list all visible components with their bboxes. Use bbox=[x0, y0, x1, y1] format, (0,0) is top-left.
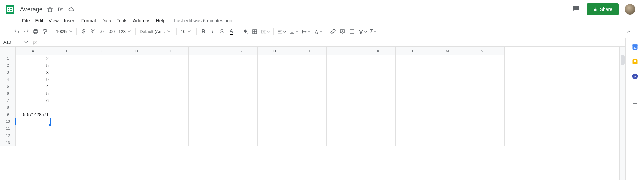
column-header[interactable]: B bbox=[50, 47, 85, 55]
row-header[interactable]: 11 bbox=[0, 125, 16, 132]
cell-G1[interactable] bbox=[223, 55, 258, 62]
cell-C5[interactable] bbox=[85, 83, 119, 90]
column-header[interactable]: M bbox=[430, 47, 465, 55]
cell-N11[interactable] bbox=[465, 125, 499, 132]
vertical-align-button[interactable] bbox=[288, 27, 300, 36]
cell-B9[interactable] bbox=[50, 111, 85, 118]
cell-F6[interactable] bbox=[189, 90, 223, 97]
cell-G8[interactable] bbox=[223, 104, 258, 111]
cell-B13[interactable] bbox=[50, 139, 85, 146]
row-header[interactable]: 2 bbox=[0, 62, 16, 69]
cell-K5[interactable] bbox=[361, 83, 396, 90]
bold-button[interactable]: B bbox=[199, 27, 208, 36]
tasks-icon[interactable] bbox=[631, 72, 639, 80]
cell-K10[interactable] bbox=[361, 118, 396, 125]
cell-F2[interactable] bbox=[189, 62, 223, 69]
cell-L1[interactable] bbox=[396, 55, 430, 62]
cell-D8[interactable] bbox=[119, 104, 154, 111]
cell-A11[interactable] bbox=[16, 125, 50, 132]
cell-K7[interactable] bbox=[361, 97, 396, 104]
zoom-combo[interactable]: 100% bbox=[54, 29, 74, 34]
cell-A5[interactable]: 4 bbox=[16, 83, 50, 90]
cell-A7[interactable]: 6 bbox=[16, 97, 50, 104]
cell-I1[interactable] bbox=[292, 55, 327, 62]
cell-H7[interactable] bbox=[258, 97, 292, 104]
cell-B7[interactable] bbox=[50, 97, 85, 104]
cell-K6[interactable] bbox=[361, 90, 396, 97]
cell-M13[interactable] bbox=[430, 139, 465, 146]
cell-J10[interactable] bbox=[327, 118, 361, 125]
cell-H8[interactable] bbox=[258, 104, 292, 111]
cell-B4[interactable] bbox=[50, 76, 85, 83]
cell-D2[interactable] bbox=[119, 62, 154, 69]
cell-B11[interactable] bbox=[50, 125, 85, 132]
cell-F9[interactable] bbox=[189, 111, 223, 118]
row-header[interactable]: 12 bbox=[0, 132, 16, 139]
column-header[interactable]: A bbox=[16, 47, 50, 55]
cell-H10[interactable] bbox=[258, 118, 292, 125]
cell-M5[interactable] bbox=[430, 83, 465, 90]
cell-E11[interactable] bbox=[154, 125, 189, 132]
decrease-decimal-button[interactable]: .0 bbox=[98, 27, 107, 36]
comments-button[interactable] bbox=[570, 3, 582, 15]
cell-K9[interactable] bbox=[361, 111, 396, 118]
cell-N7[interactable] bbox=[465, 97, 499, 104]
cell-D4[interactable] bbox=[119, 76, 154, 83]
cell-C6[interactable] bbox=[85, 90, 119, 97]
column-header[interactable]: I bbox=[292, 47, 327, 55]
menu-data[interactable]: Data bbox=[99, 18, 114, 23]
insert-link-button[interactable] bbox=[328, 27, 338, 36]
cell-I11[interactable] bbox=[292, 125, 327, 132]
cell-F11[interactable] bbox=[189, 125, 223, 132]
share-button[interactable]: Share bbox=[587, 3, 619, 15]
cell-G9[interactable] bbox=[223, 111, 258, 118]
calendar-icon[interactable]: 31 bbox=[631, 43, 639, 51]
cell-K3[interactable] bbox=[361, 69, 396, 76]
add-addon-button[interactable] bbox=[631, 99, 639, 107]
cell-A3[interactable]: 8 bbox=[16, 69, 50, 76]
cell-A9[interactable]: 5.571428571 bbox=[16, 111, 50, 118]
cell-F8[interactable] bbox=[189, 104, 223, 111]
cell-I7[interactable] bbox=[292, 97, 327, 104]
cell-H5[interactable] bbox=[258, 83, 292, 90]
cell-C4[interactable] bbox=[85, 76, 119, 83]
cell-D5[interactable] bbox=[119, 83, 154, 90]
select-all-corner[interactable] bbox=[0, 47, 16, 55]
cell-D10[interactable] bbox=[119, 118, 154, 125]
cell-L5[interactable] bbox=[396, 83, 430, 90]
cell-F1[interactable] bbox=[189, 55, 223, 62]
cell-M6[interactable] bbox=[430, 90, 465, 97]
menu-format[interactable]: Format bbox=[78, 18, 99, 23]
column-header[interactable]: N bbox=[465, 47, 499, 55]
cell-A4[interactable]: 9 bbox=[16, 76, 50, 83]
cell-I5[interactable] bbox=[292, 83, 327, 90]
cell-B10[interactable] bbox=[50, 118, 85, 125]
cell-A6[interactable]: 5 bbox=[16, 90, 50, 97]
cell-J1[interactable] bbox=[327, 55, 361, 62]
cell-I9[interactable] bbox=[292, 111, 327, 118]
cell-F4[interactable] bbox=[189, 76, 223, 83]
cell-J12[interactable] bbox=[327, 132, 361, 139]
row-header[interactable]: 13 bbox=[0, 139, 16, 146]
cell-M7[interactable] bbox=[430, 97, 465, 104]
cell-I12[interactable] bbox=[292, 132, 327, 139]
filter-button[interactable] bbox=[357, 27, 369, 36]
cell-C3[interactable] bbox=[85, 69, 119, 76]
row-header[interactable]: 8 bbox=[0, 104, 16, 111]
cell-I4[interactable] bbox=[292, 76, 327, 83]
cell-H4[interactable] bbox=[258, 76, 292, 83]
cell-H11[interactable] bbox=[258, 125, 292, 132]
cell-N10[interactable] bbox=[465, 118, 499, 125]
text-color-button[interactable]: A bbox=[227, 27, 236, 36]
row-header[interactable]: 5 bbox=[0, 83, 16, 90]
cell-F5[interactable] bbox=[189, 83, 223, 90]
borders-button[interactable] bbox=[250, 27, 259, 36]
column-header[interactable]: E bbox=[154, 47, 189, 55]
cell-J13[interactable] bbox=[327, 139, 361, 146]
cell-E1[interactable] bbox=[154, 55, 189, 62]
cell-G3[interactable] bbox=[223, 69, 258, 76]
undo-button[interactable] bbox=[12, 27, 21, 36]
cell-J6[interactable] bbox=[327, 90, 361, 97]
cell-D1[interactable] bbox=[119, 55, 154, 62]
row-header[interactable]: 1 bbox=[0, 55, 16, 62]
